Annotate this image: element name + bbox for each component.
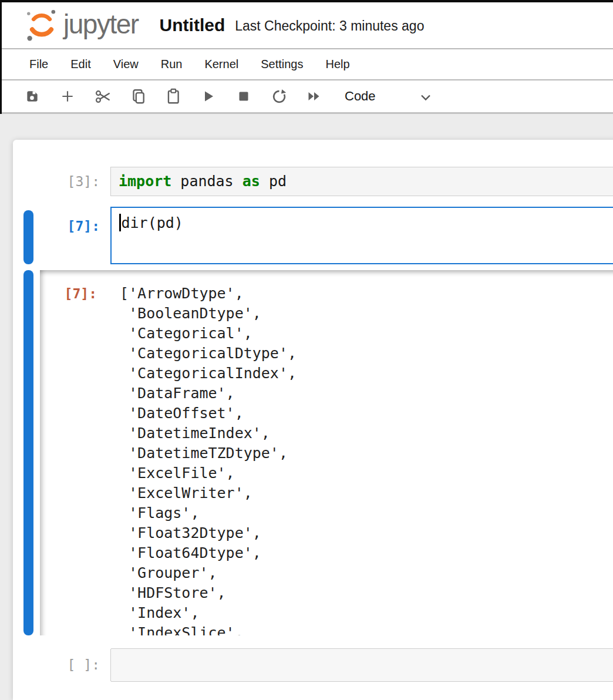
input-prompt-empty-cell: [ ]: [13, 648, 110, 682]
run-cell-button[interactable] [200, 88, 217, 105]
jupyter-window-chrome: jupyter Untitled Last Checkpoint: 3 minu… [0, 0, 613, 114]
checkpoint-status: Last Checkpoint: 3 minutes ago [235, 18, 424, 34]
restart-icon [271, 89, 287, 105]
output-area: [7]: ['ArrowDtype', 'BooleanDtype', 'Cat… [40, 270, 613, 635]
menu-settings[interactable]: Settings [261, 58, 303, 71]
output-prompt: [7]: [40, 270, 110, 317]
cell-type-value: Code [345, 89, 376, 104]
code-line: dir(pd) [122, 214, 183, 231]
stop-icon [237, 89, 251, 103]
jupyter-wordmark: jupyter [63, 8, 139, 40]
notebook-header: jupyter Untitled Last Checkpoint: 3 minu… [2, 2, 613, 49]
menu-kernel[interactable]: Kernel [204, 58, 238, 71]
input-prompt-cell-1: [3]: [13, 167, 110, 196]
output-collapser[interactable] [23, 270, 33, 635]
interrupt-kernel-button[interactable] [235, 88, 252, 105]
paste-cell-button[interactable] [165, 88, 181, 105]
jupyter-logo-icon [23, 8, 60, 43]
cut-cell-button[interactable] [95, 88, 111, 105]
code-cell-dir-pd[interactable]: dir(pd) [110, 207, 613, 264]
notebook-panel: [3]: import pandas as pd [7]: dir(pd) [7… [13, 140, 613, 700]
notebook-title[interactable]: Untitled [160, 15, 225, 35]
copy-cell-button[interactable] [130, 88, 146, 105]
chevron-down-icon [420, 93, 432, 102]
menu-file[interactable]: File [29, 58, 48, 71]
restart-kernel-button[interactable] [271, 88, 287, 105]
output-text: ['ArrowDtype', 'BooleanDtype', 'Categori… [120, 284, 297, 635]
run-icon [201, 89, 215, 104]
menu-edit[interactable]: Edit [70, 58, 90, 71]
menu-bar: File Edit View Run Kernel Settings Help [2, 49, 613, 80]
save-button[interactable] [24, 88, 41, 105]
insert-cell-button[interactable] [59, 88, 76, 105]
code-cell-import-pandas[interactable]: import pandas as pd [110, 167, 613, 196]
scissors-icon [95, 88, 111, 105]
input-prompt-cell-2: [7]: [13, 207, 110, 245]
text-cursor [119, 214, 121, 231]
menu-run[interactable]: Run [161, 58, 183, 71]
menu-view[interactable]: View [113, 58, 139, 71]
code-line: import pandas as pd [119, 173, 287, 190]
copy-icon [130, 88, 146, 105]
empty-code-cell[interactable] [110, 648, 613, 682]
fast-forward-icon [306, 89, 322, 104]
plus-icon [60, 89, 75, 104]
restart-run-all-button[interactable] [306, 88, 322, 105]
paste-icon [166, 88, 181, 105]
cell-type-dropdown[interactable]: Code [345, 89, 432, 104]
menu-help[interactable]: Help [325, 58, 349, 71]
save-icon [25, 89, 40, 104]
toolbar: Code [2, 80, 613, 114]
